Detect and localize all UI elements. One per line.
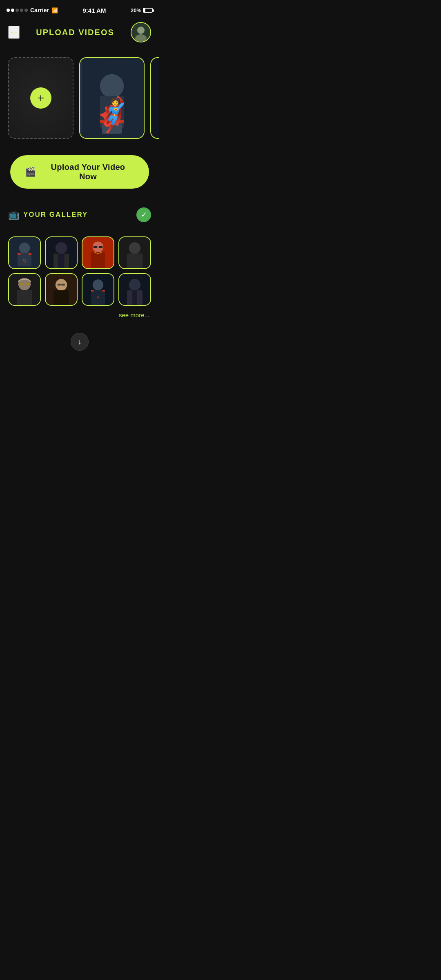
svg-point-34 [129, 242, 141, 254]
page-title: UPLOAD VIDEOS [36, 28, 114, 37]
gi-svg-2 [46, 236, 77, 269]
svg-text:S: S [108, 106, 116, 118]
svg-point-49 [93, 279, 104, 290]
gallery-check-badge: ✓ [136, 207, 151, 222]
see-more-section: see more... [8, 306, 151, 323]
signal-dot-2 [11, 9, 14, 12]
bottom-bar: ↓ [0, 327, 159, 359]
scroll-down-icon: ↓ [78, 338, 82, 346]
gallery-item-image-2 [46, 237, 77, 268]
svg-rect-31 [99, 246, 103, 248]
svg-rect-8 [102, 120, 122, 134]
status-bar: Carrier 📶 9:41 AM 20% [0, 0, 159, 18]
thumb-svg-1: S [80, 57, 144, 139]
svg-rect-40 [20, 283, 24, 285]
gallery-item-image-8 [119, 274, 150, 305]
add-video-box[interactable]: + [8, 57, 74, 139]
gallery-item[interactable]: S [8, 236, 41, 269]
gi-svg-4 [119, 236, 150, 269]
battery-icon [143, 8, 153, 13]
gallery-item[interactable] [82, 236, 114, 269]
gallery-item[interactable]: S [82, 273, 114, 306]
signal-dot-1 [7, 9, 10, 12]
svg-rect-10 [119, 120, 124, 123]
video-thumb-1[interactable]: S [79, 57, 145, 139]
video-thumb-2[interactable] [150, 57, 159, 139]
gallery-item-image-6 [46, 274, 77, 305]
svg-rect-46 [61, 284, 65, 286]
back-button[interactable]: ← [8, 26, 20, 39]
svg-rect-39 [17, 290, 32, 305]
status-left: Carrier 📶 [7, 7, 58, 13]
gi-svg-7: S [82, 273, 114, 306]
svg-rect-41 [25, 283, 29, 285]
gallery-section: 📺 YOUR GALLERY ✓ S [0, 193, 159, 327]
thumb-image-1: S [80, 58, 144, 138]
svg-point-1 [137, 27, 145, 34]
svg-rect-11 [151, 58, 159, 138]
upload-button-label: Upload Your Video Now [42, 163, 134, 181]
signal-dot-5 [24, 9, 28, 12]
svg-rect-52 [91, 290, 94, 292]
plus-button[interactable]: + [30, 87, 51, 109]
svg-rect-21 [29, 253, 32, 255]
gi-svg-8 [119, 273, 150, 306]
avatar[interactable] [131, 22, 151, 42]
gallery-item-image-4 [119, 237, 150, 268]
avatar-image [131, 23, 150, 42]
svg-point-5 [100, 74, 124, 98]
svg-rect-47 [59, 286, 62, 290]
thumb-image-2 [151, 58, 159, 138]
plus-icon: + [38, 91, 44, 105]
gallery-item-image-3 [82, 237, 114, 268]
svg-rect-57 [127, 290, 132, 305]
gallery-header: 📺 YOUR GALLERY ✓ [8, 207, 151, 228]
svg-rect-44 [53, 290, 69, 305]
scroll-down-button[interactable]: ↓ [71, 333, 89, 351]
thumb-svg-2 [151, 57, 159, 139]
battery-fill [144, 9, 145, 12]
svg-rect-26 [65, 254, 69, 268]
svg-rect-6 [100, 96, 124, 128]
wifi-icon: 📶 [51, 7, 58, 13]
camera-icon: 🎬 [25, 167, 36, 177]
gallery-title: YOUR GALLERY [23, 211, 132, 219]
upload-area: + S [0, 49, 159, 143]
svg-rect-20 [18, 253, 21, 255]
gallery-item[interactable] [118, 236, 151, 269]
signal-dot-4 [20, 9, 23, 12]
avatar-svg [131, 23, 150, 42]
gallery-item-image-1: S [9, 237, 40, 268]
svg-point-17 [19, 243, 30, 254]
upload-btn-section: 🎬 Upload Your Video Now [0, 143, 159, 193]
signal-dots [7, 9, 28, 12]
gallery-tv-icon: 📺 [8, 209, 19, 220]
gi-svg-3 [82, 236, 114, 269]
svg-text:S: S [96, 295, 100, 300]
gallery-grid: S [8, 236, 151, 306]
gi-svg-6 [46, 273, 77, 306]
battery-percent: 20% [131, 7, 141, 13]
svg-rect-53 [102, 290, 105, 292]
svg-point-55 [129, 279, 141, 291]
gallery-item-image-5 [9, 274, 40, 305]
svg-point-23 [56, 242, 67, 254]
check-icon: ✓ [141, 210, 147, 219]
svg-rect-58 [137, 290, 143, 305]
gallery-item[interactable] [45, 273, 78, 306]
upload-button[interactable]: 🎬 Upload Your Video Now [10, 155, 149, 189]
gallery-item[interactable] [118, 273, 151, 306]
svg-rect-29 [91, 252, 105, 268]
carrier-label: Carrier [30, 7, 49, 13]
status-right: 20% [131, 7, 153, 13]
gallery-item[interactable] [8, 273, 41, 306]
svg-text:S: S [23, 258, 27, 264]
see-more-link[interactable]: see more... [119, 312, 149, 318]
svg-rect-30 [94, 246, 98, 248]
status-time: 9:41 AM [82, 7, 106, 14]
gallery-item-image-7: S [82, 274, 114, 305]
signal-dot-3 [16, 9, 19, 12]
gi-svg-1: S [9, 236, 40, 269]
gallery-item[interactable] [45, 236, 78, 269]
svg-rect-25 [53, 254, 58, 268]
